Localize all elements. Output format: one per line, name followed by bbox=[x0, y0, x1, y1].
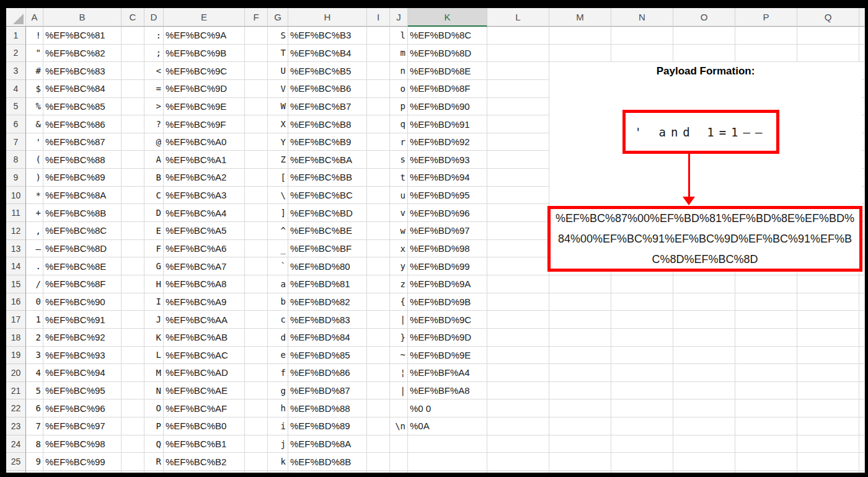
cell-E2[interactable]: %EF%BC%9B bbox=[164, 45, 245, 63]
row-header-25[interactable]: 25 bbox=[6, 453, 26, 471]
cell-A4[interactable]: $ bbox=[26, 80, 43, 98]
cell-D2[interactable]: ; bbox=[144, 45, 164, 63]
cell-G19[interactable]: e bbox=[268, 347, 288, 365]
cell-B9[interactable]: %EF%BC%89 bbox=[43, 169, 122, 187]
cell-B16[interactable]: %EF%BC%90 bbox=[43, 293, 122, 311]
cell-B15[interactable]: %EF%BC%8F bbox=[43, 275, 122, 293]
cell-J11[interactable]: v bbox=[390, 204, 408, 222]
cell-L20[interactable] bbox=[487, 364, 549, 382]
cell-K6[interactable]: %EF%BD%91 bbox=[408, 115, 487, 133]
row-header-11[interactable]: 11 bbox=[6, 204, 26, 222]
cell-M1[interactable] bbox=[549, 27, 611, 45]
cell-F10[interactable] bbox=[245, 187, 268, 205]
cell-L5[interactable] bbox=[487, 98, 549, 116]
cell-F9[interactable] bbox=[245, 169, 268, 187]
cell-J3[interactable]: n bbox=[390, 62, 408, 80]
cell-L8[interactable] bbox=[487, 151, 549, 169]
column-header-C[interactable]: C bbox=[122, 8, 144, 27]
cell-K1[interactable]: %EF%BD%8C bbox=[408, 27, 487, 45]
cell-D7[interactable]: @ bbox=[144, 133, 164, 151]
cell-Q21[interactable] bbox=[797, 382, 859, 400]
cell-L16[interactable] bbox=[487, 293, 549, 311]
row-header-18[interactable]: 18 bbox=[6, 329, 26, 347]
cell-N16[interactable] bbox=[611, 293, 673, 311]
cell-N18[interactable] bbox=[611, 329, 673, 347]
cell-N23[interactable] bbox=[611, 417, 673, 435]
cell-A12[interactable]: , bbox=[26, 222, 43, 240]
cell-E1[interactable]: %EF%BC%9A bbox=[164, 27, 245, 45]
cell-C2[interactable] bbox=[122, 45, 144, 63]
cell-J16[interactable]: { bbox=[390, 293, 408, 311]
cell-D1[interactable]: : bbox=[144, 27, 164, 45]
cell-A18[interactable]: 2 bbox=[26, 329, 43, 347]
cell-D25[interactable]: R bbox=[144, 453, 164, 471]
row-header-12[interactable]: 12 bbox=[6, 222, 26, 240]
column-header-G[interactable]: G bbox=[268, 8, 288, 27]
cell-K24[interactable] bbox=[408, 435, 487, 453]
cell-F4[interactable] bbox=[245, 80, 268, 98]
cell-F14[interactable] bbox=[245, 257, 268, 275]
cell-N20[interactable] bbox=[611, 364, 673, 382]
cell-O19[interactable] bbox=[673, 347, 735, 365]
cell-J23[interactable]: \n bbox=[390, 417, 408, 435]
column-header-M[interactable]: M bbox=[549, 8, 611, 27]
cell-E12[interactable]: %EF%BC%A5 bbox=[164, 222, 245, 240]
cell-F15[interactable] bbox=[245, 275, 268, 293]
cell-I10[interactable] bbox=[367, 187, 390, 205]
cell-N22[interactable] bbox=[611, 399, 673, 417]
cell-H10[interactable]: %EF%BC%BC bbox=[288, 187, 367, 205]
cell-G22[interactable]: h bbox=[268, 399, 288, 417]
cell-H21[interactable]: %EF%BD%87 bbox=[288, 382, 367, 400]
cell-K21[interactable]: %EF%BF%A8 bbox=[408, 382, 487, 400]
cell-A11[interactable]: + bbox=[26, 204, 43, 222]
cell-I21[interactable] bbox=[367, 382, 390, 400]
column-header-Q[interactable]: Q bbox=[797, 8, 859, 27]
cell-N1[interactable] bbox=[611, 27, 673, 45]
cell-F24[interactable] bbox=[245, 435, 268, 453]
cell-N24[interactable] bbox=[611, 435, 673, 453]
cell-E4[interactable]: %EF%BC%9D bbox=[164, 80, 245, 98]
cell-F17[interactable] bbox=[245, 311, 268, 329]
cell-J18[interactable]: } bbox=[390, 329, 408, 347]
cell-C7[interactable] bbox=[122, 133, 144, 151]
cell-B7[interactable]: %EF%BC%87 bbox=[43, 133, 122, 151]
cell-I25[interactable] bbox=[367, 453, 390, 471]
row-header-16[interactable]: 16 bbox=[6, 293, 26, 311]
cell-K7[interactable]: %EF%BD%92 bbox=[408, 133, 487, 151]
cell-A2[interactable]: " bbox=[26, 45, 43, 63]
cell-E17[interactable]: %EF%BC%AA bbox=[164, 311, 245, 329]
select-all-button[interactable] bbox=[6, 8, 26, 27]
cell-K17[interactable]: %EF%BD%9C bbox=[408, 311, 487, 329]
cell-I20[interactable] bbox=[367, 364, 390, 382]
cell-G9[interactable]: [ bbox=[268, 169, 288, 187]
cell-F6[interactable] bbox=[245, 115, 268, 133]
cell-Q19[interactable] bbox=[797, 347, 859, 365]
cell-H8[interactable]: %EF%BC%BA bbox=[288, 151, 367, 169]
cell-K13[interactable]: %EF%BD%98 bbox=[408, 240, 487, 258]
cell-L25[interactable] bbox=[487, 453, 549, 471]
cell-A25[interactable]: 9 bbox=[26, 453, 43, 471]
row-header-6[interactable]: 6 bbox=[6, 115, 26, 133]
cell-P21[interactable] bbox=[735, 382, 797, 400]
cell-A7[interactable]: ' bbox=[26, 133, 43, 151]
cell-M20[interactable] bbox=[549, 364, 611, 382]
row-header-7[interactable]: 7 bbox=[6, 133, 26, 151]
cell-H5[interactable]: %EF%BC%B7 bbox=[288, 98, 367, 116]
cell-P17[interactable] bbox=[735, 311, 797, 329]
cell-G23[interactable]: i bbox=[268, 417, 288, 435]
cell-M24[interactable] bbox=[549, 435, 611, 453]
cell-C24[interactable] bbox=[122, 435, 144, 453]
cell-E21[interactable]: %EF%BC%AE bbox=[164, 382, 245, 400]
cell-D21[interactable]: N bbox=[144, 382, 164, 400]
cell-L1[interactable] bbox=[487, 27, 549, 45]
cell-F18[interactable] bbox=[245, 329, 268, 347]
cell-G21[interactable]: g bbox=[268, 382, 288, 400]
cell-I9[interactable] bbox=[367, 169, 390, 187]
cell-K14[interactable]: %EF%BD%99 bbox=[408, 257, 487, 275]
cell-J5[interactable]: p bbox=[390, 98, 408, 116]
cell-C8[interactable] bbox=[122, 151, 144, 169]
cell-C11[interactable] bbox=[122, 204, 144, 222]
cell-E23[interactable]: %EF%BC%B0 bbox=[164, 417, 245, 435]
cell-G17[interactable]: c bbox=[268, 311, 288, 329]
cell-J20[interactable]: ¦ bbox=[390, 364, 408, 382]
